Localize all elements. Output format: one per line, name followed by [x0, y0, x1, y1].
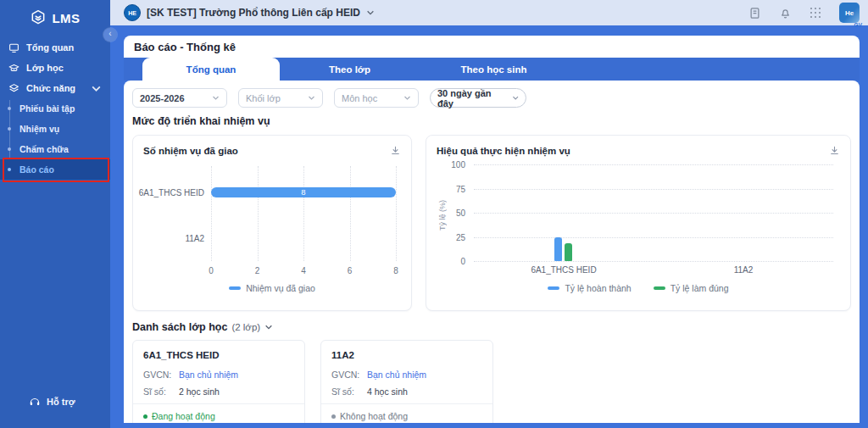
- class-list-section-header[interactable]: Danh sách lớp học (2 lớp): [132, 321, 851, 333]
- school-selector[interactable]: HE [SK TEST] Trường Phổ thông Liên cấp H…: [124, 4, 375, 21]
- sidebar: LMS Tổng quan Lớp học Chức năng Phiếu bà…: [0, 0, 110, 428]
- layers-icon: [8, 83, 19, 94]
- main-area: HE [SK TEST] Trường Phổ thông Liên cấp H…: [110, 0, 868, 428]
- gvcn-label: GVCN:: [331, 370, 367, 380]
- graduation-cap-icon: [8, 63, 19, 74]
- chevron-down-icon: [308, 94, 315, 102]
- x-tick: 6: [348, 266, 353, 275]
- class-card-6a1[interactable]: 6A1_THCS HEID GVCN: Bạn chủ nhiệm Sĩ số:…: [132, 340, 305, 423]
- sidebar-item-label: Lớp học: [26, 63, 64, 73]
- status-badge: Không hoạt động: [331, 404, 482, 423]
- status-badge: Đang hoạt động: [143, 404, 294, 423]
- y-tick: 75: [456, 184, 465, 193]
- legend-label: Tỷ lệ hoàn thành: [565, 283, 631, 293]
- sidebar-subitem-label: Chấm chữa: [19, 144, 69, 154]
- y-tick: 100: [451, 160, 465, 170]
- legend-marker: [654, 286, 665, 290]
- siso-value: 4 học sinh: [367, 386, 408, 397]
- siso-label: Sĩ số:: [143, 386, 179, 397]
- gvcn-link[interactable]: Bạn chủ nhiệm: [367, 370, 426, 380]
- tab-content: 2025-2026 Khối lớp Môn học 30 ngày: [124, 81, 860, 423]
- sidebar-item-phieu-bai-tap[interactable]: Phiếu bài tập: [0, 98, 110, 119]
- sidebar-item-label: Tổng quan: [26, 42, 74, 53]
- gvcn-label: GVCN:: [143, 370, 179, 380]
- tab-tong-quan[interactable]: Tổng quan: [142, 58, 280, 81]
- task-efficiency-chart: Tỷ lệ (%) 100 75 50 25 0: [437, 161, 840, 295]
- sidebar-submenu: Phiếu bài tập Nhiệm vụ Chấm chữa Báo cáo: [0, 98, 110, 180]
- legend-label: Nhiệm vụ đã giao: [246, 283, 315, 293]
- legend-marker: [229, 286, 241, 290]
- school-name: [SK TEST] Trường Phổ thông Liên cấp HEID: [147, 7, 360, 19]
- x-tick: 0: [209, 266, 214, 275]
- avatar[interactable]: He GV: [839, 3, 860, 23]
- sidebar-item-bao-cao[interactable]: Báo cáo: [0, 159, 110, 180]
- x-axis-ticks: 0 2 4 6 8: [211, 266, 396, 278]
- tab-strip: Tổng quan Theo lớp Theo học sinh: [124, 58, 860, 81]
- document-icon[interactable]: [748, 7, 761, 19]
- x-tick: 4: [301, 266, 306, 275]
- status-text: Đang hoạt động: [152, 411, 215, 421]
- apps-grid-icon[interactable]: [810, 7, 821, 19]
- page-title: Báo cáo - Thống kê: [124, 36, 860, 58]
- download-icon[interactable]: [390, 145, 401, 156]
- support-button[interactable]: Hỗ trợ: [29, 396, 75, 408]
- chevron-down-icon: [264, 323, 273, 331]
- status-text: Không hoạt động: [340, 411, 408, 421]
- deploy-section-title: Mức độ triển khai nhiệm vụ: [132, 115, 851, 127]
- class-name: 11A2: [331, 350, 482, 360]
- bar-completion-6a1[interactable]: [554, 237, 562, 262]
- assigned-tasks-chart-card: Số nhiệm vụ đã giao 6A1_T: [132, 135, 412, 311]
- date-range-value: 30 ngày gần đây: [437, 88, 505, 108]
- chart-legend: Nhiệm vụ đã giao: [143, 283, 401, 293]
- sidebar-subitem-label: Nhiệm vụ: [19, 124, 59, 134]
- charts-row: Số nhiệm vụ đã giao 6A1_T: [132, 135, 851, 311]
- bell-icon[interactable]: [779, 7, 792, 19]
- gvcn-link[interactable]: Bạn chủ nhiệm: [179, 370, 238, 380]
- subject-select[interactable]: Môn học: [334, 88, 419, 108]
- y-tick: 25: [456, 232, 465, 242]
- date-range-select[interactable]: 30 ngày gần đây: [430, 88, 526, 108]
- sidebar-item-chuc-nang[interactable]: Chức năng: [0, 78, 110, 98]
- x-tick: 2: [255, 266, 260, 275]
- class-list-title: Danh sách lớp học: [132, 321, 227, 333]
- tab-theo-hoc-sinh[interactable]: Theo học sinh: [420, 58, 568, 81]
- assigned-tasks-chart: 6A1_THCS HEID 11A2 8 0 2 4 6: [143, 161, 401, 295]
- legend-label: Tỷ lệ làm đúng: [670, 283, 729, 293]
- chart-title: Hiệu quả thực hiện nhiệm vụ: [437, 146, 570, 156]
- sidebar-item-cham-chua[interactable]: Chấm chữa: [0, 139, 110, 159]
- sidebar-item-nhiem-vu[interactable]: Nhiệm vụ: [0, 119, 110, 139]
- bar-correct-6a1[interactable]: [565, 243, 572, 261]
- filter-bar: 2025-2026 Khối lớp Môn học 30 ngày: [132, 88, 851, 108]
- sidebar-item-tong-quan[interactable]: Tổng quan: [0, 37, 110, 58]
- report-panel: Báo cáo - Thống kê Tổng quan Theo lớp Th…: [124, 36, 860, 423]
- chevron-down-icon: [366, 8, 375, 17]
- chart-category-label: 6A1_THCS HEID: [139, 188, 204, 197]
- grade-placeholder: Khối lớp: [246, 93, 281, 103]
- legend-marker: [548, 286, 559, 290]
- sidebar-collapse-button[interactable]: ‹: [103, 28, 117, 42]
- chart-title: Số nhiệm vụ đã giao: [143, 146, 238, 156]
- content-frame: Báo cáo - Thống kê Tổng quan Theo lớp Th…: [110, 25, 868, 428]
- school-year-select[interactable]: 2025-2026: [132, 88, 227, 108]
- sidebar-item-lop-hoc[interactable]: Lớp học: [0, 58, 110, 78]
- chevron-down-icon: [91, 83, 102, 94]
- lms-logo[interactable]: LMS: [0, 0, 110, 29]
- status-dot: [331, 414, 336, 419]
- sidebar-nav: Tổng quan Lớp học Chức năng Phiếu bài tậ…: [0, 37, 110, 180]
- chart-category-label: 11A2: [734, 265, 754, 275]
- siso-value: 2 học sinh: [179, 386, 220, 397]
- task-efficiency-chart-card: Hiệu quả thực hiện nhiệm vụ Tỷ lệ (%): [426, 135, 851, 311]
- chart-legend: Tỷ lệ hoàn thành Tỷ lệ làm đúng: [437, 283, 840, 293]
- avatar-text: He: [845, 9, 854, 17]
- app-window: LMS Tổng quan Lớp học Chức năng Phiếu bà…: [0, 0, 868, 428]
- bar-assigned-6a1[interactable]: 8: [211, 187, 396, 197]
- tab-theo-lop[interactable]: Theo lớp: [280, 58, 420, 81]
- x-tick: 8: [393, 266, 398, 275]
- grade-select[interactable]: Khối lớp: [238, 88, 323, 108]
- topbar-icons: He GV: [748, 3, 860, 23]
- subject-placeholder: Môn học: [342, 93, 377, 103]
- y-axis-label: Tỷ lệ (%): [438, 176, 447, 254]
- school-year-value: 2025-2026: [140, 93, 185, 103]
- download-icon[interactable]: [829, 145, 840, 156]
- class-card-11a2[interactable]: 11A2 GVCN: Bạn chủ nhiệm Sĩ số: 4 học si…: [320, 340, 493, 423]
